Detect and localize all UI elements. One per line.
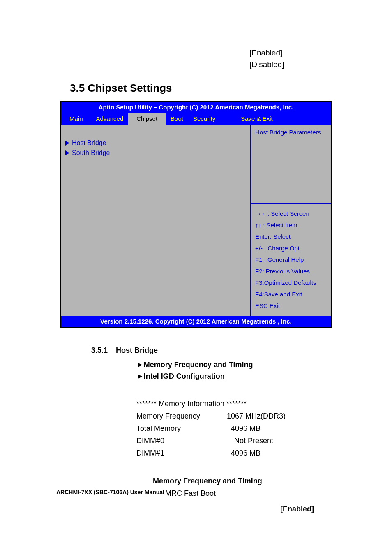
memory-information: ******* Memory Information ******* Memor… [136,398,336,459]
option-enabled: [Enabled] [249,47,336,59]
help-line: Enter: Select [255,231,327,243]
page-footer-label: ARCHMI-7XX (SBC-7106A) User Manual [56,489,164,495]
section-heading: 3.5 Chipset Settings [70,82,336,95]
help-line: F4:Save and Exit [255,289,327,300]
menu-label: South Bridge [72,149,110,157]
triangle-right-icon: ► [136,372,144,380]
triangle-right-icon: ► [136,361,144,369]
bios-help-keys: →←: Select Screen ↑↓ : Select Item Enter… [251,203,331,316]
option-disabled: [Disabled] [249,59,336,70]
mrc-enabled-value: [Enabled] [280,503,336,515]
menu-host-bridge[interactable]: Host Bridge [65,139,246,147]
mrc-block: Memory Frequency and Timing MRC Fast Boo… [153,475,336,515]
menu-south-bridge[interactable]: South Bridge [65,149,246,157]
help-line: F3:Optimized Defaults [255,277,327,289]
tab-boot[interactable]: Boot [166,113,188,125]
bios-help-description: Host Bridge Parameters [251,125,331,203]
triangle-right-icon [65,150,69,155]
mrc-fast-boot: MRC Fast Boot [165,487,336,500]
help-line: F1 : General Help [255,254,327,266]
help-line: →←: Select Screen [255,208,327,220]
mem-row-total: Total Memory 4096 MB [136,422,336,435]
mem-row-dimm1: DIMM#1 4096 MB [136,447,336,459]
bios-tab-bar: Main Advanced Chipset Boot Security Save… [61,113,331,125]
help-line: ESC Exit [255,300,327,312]
triangle-right-icon [65,141,69,146]
mem-row-frequency: Memory Frequency 1067 MHz(DDR3) [136,410,336,422]
tab-main[interactable]: Main [61,113,91,125]
help-line: ↑↓ : Select Item [255,220,327,231]
mrc-title: Memory Frequency and Timing [153,475,336,487]
bios-right-pane: Host Bridge Parameters →←: Select Screen… [250,125,331,316]
bios-screenshot: Aptio Setup Utility – Copyright (C) 2012… [60,101,332,328]
help-line: F2: Previous Values [255,266,327,277]
help-line: +/- : Charge Opt. [255,243,327,254]
tab-security[interactable]: Security [188,113,220,125]
bios-title-bar: Aptio Setup Utility – Copyright (C) 2012… [61,102,331,113]
bios-left-pane: Host Bridge South Bridge [61,125,250,316]
mem-info-header: ******* Memory Information ******* [136,398,336,410]
bios-footer: Version 2.15.1226. Copyright (C) 2012 Am… [61,316,331,327]
sub-item-memory-freq: ►Memory Frequency and Timing [136,359,336,370]
tab-advanced[interactable]: Advanced [91,113,129,125]
subsection-heading: 3.5.1 Host Bridge [91,346,336,355]
subsection-title: Host Bridge [116,346,158,354]
tab-chipset[interactable]: Chipset [128,113,166,125]
menu-label: Host Bridge [72,139,106,147]
sub-item-intel-igd: ►Intel IGD Configuration [136,370,336,382]
subsection-number: 3.5.1 [91,346,114,355]
mem-row-dimm0: DIMM#0 Not Present [136,435,336,447]
tab-save-exit[interactable]: Save & Exit [236,113,278,125]
